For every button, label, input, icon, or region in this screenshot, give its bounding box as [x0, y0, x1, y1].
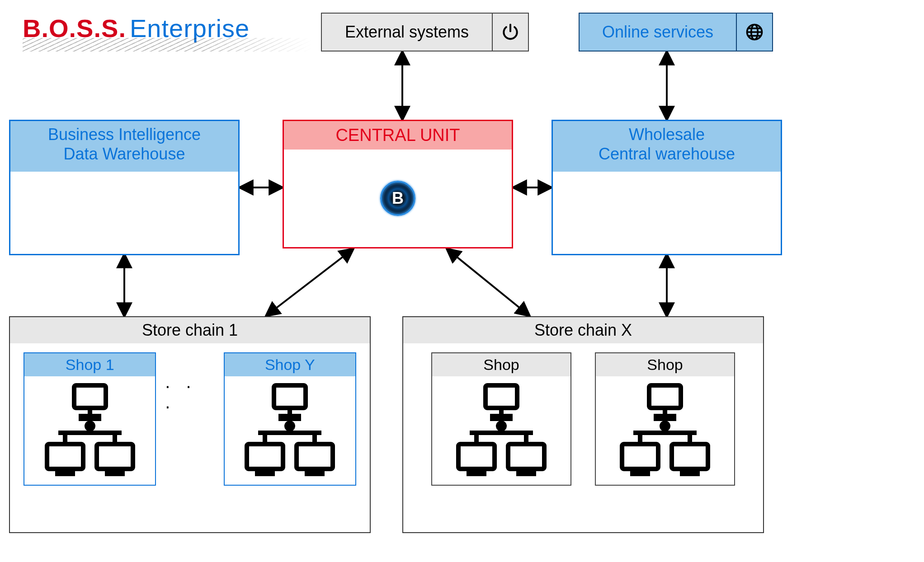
shop-1-box: Shop 1 [24, 352, 156, 486]
svg-rect-62 [672, 444, 708, 469]
svg-point-57 [662, 423, 668, 429]
shop-b-box: Shop [595, 352, 735, 486]
shop-y-label: Shop Y [225, 353, 355, 376]
svg-rect-34 [297, 444, 333, 469]
store-chain-1-title: Store chain 1 [10, 317, 370, 343]
svg-line-6 [448, 249, 529, 315]
svg-rect-25 [274, 385, 306, 408]
svg-point-29 [287, 423, 293, 429]
svg-rect-36 [307, 471, 322, 474]
bi-body [10, 172, 238, 254]
wholesale-header: Wholesale Central warehouse [553, 121, 781, 172]
power-icon [492, 14, 528, 51]
store-chain-x-title: Store chain X [403, 317, 763, 343]
external-systems-box: External systems [321, 13, 529, 52]
bi-header: Business Intelligence Data Warehouse [10, 121, 238, 172]
logo-hatch-decoration [23, 38, 312, 52]
svg-rect-22 [107, 471, 123, 474]
central-b-badge-icon: B [380, 181, 415, 216]
svg-rect-53 [649, 385, 681, 408]
online-services-label: Online services [580, 14, 736, 51]
central-unit-header: CENTRAL UNIT [284, 121, 512, 150]
svg-rect-55 [656, 416, 674, 419]
online-services-box: Online services [579, 13, 773, 52]
svg-point-15 [87, 423, 93, 429]
svg-rect-47 [458, 444, 495, 469]
central-unit-box: CENTRAL UNIT B [283, 120, 513, 248]
svg-rect-27 [281, 416, 299, 419]
svg-rect-41 [492, 416, 510, 419]
wholesale-line1: Wholesale [629, 125, 705, 144]
shop-a-network-icon [432, 376, 570, 485]
external-systems-label: External systems [322, 14, 492, 51]
diagram-canvas: B.O.S.S.Enterprise External systems Onli… [9, 9, 913, 551]
central-unit-body: B [284, 150, 512, 247]
ellipsis: . . . [165, 372, 214, 467]
store-chain-x-box: Store chain X Shop [402, 316, 764, 533]
svg-rect-49 [469, 471, 484, 474]
svg-rect-20 [97, 444, 133, 469]
wholesale-line2: Central warehouse [599, 145, 735, 163]
svg-rect-13 [81, 416, 99, 419]
shop-1-label: Shop 1 [24, 353, 155, 376]
svg-rect-39 [486, 385, 517, 408]
svg-rect-64 [682, 471, 698, 474]
bi-line1: Business Intelligence [48, 125, 201, 144]
business-intelligence-box: Business Intelligence Data Warehouse [9, 120, 240, 255]
shop-y-box: Shop Y [224, 352, 356, 486]
svg-rect-11 [74, 385, 106, 408]
svg-rect-61 [622, 444, 658, 469]
boss-enterprise-logo: B.O.S.S.Enterprise [23, 14, 250, 43]
svg-rect-63 [632, 471, 648, 474]
globe-icon [736, 14, 772, 51]
svg-rect-19 [47, 444, 83, 469]
svg-rect-21 [57, 471, 73, 474]
bi-line2: Data Warehouse [64, 145, 185, 163]
svg-rect-33 [247, 444, 283, 469]
wholesale-box: Wholesale Central warehouse [552, 120, 782, 255]
svg-line-5 [267, 249, 353, 315]
central-badge-letter: B [392, 189, 404, 208]
store-chain-x-body: Shop [403, 343, 763, 498]
svg-rect-35 [257, 471, 273, 474]
shop-b-label: Shop [596, 353, 734, 376]
store-chain-1-box: Store chain 1 Shop 1 [9, 316, 371, 533]
svg-point-43 [498, 423, 504, 429]
shop-a-box: Shop [431, 352, 571, 486]
svg-rect-48 [508, 444, 544, 469]
shop-1-network-icon [24, 376, 155, 485]
shop-b-network-icon [596, 376, 734, 485]
svg-rect-50 [519, 471, 534, 474]
store-chain-1-body: Shop 1 [10, 343, 370, 498]
shop-y-network-icon [225, 376, 355, 485]
shop-a-label: Shop [432, 353, 570, 376]
